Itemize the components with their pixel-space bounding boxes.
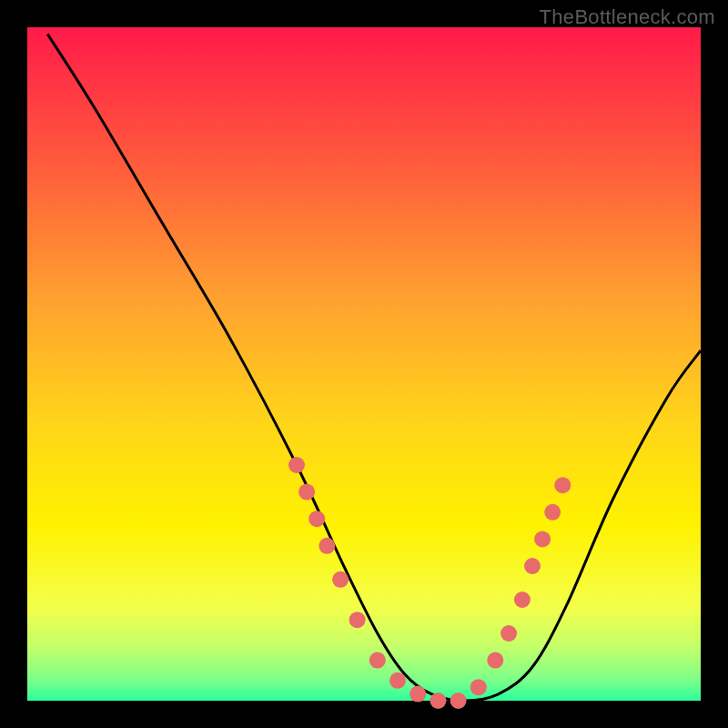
chart-svg: [0, 0, 728, 728]
marker-dot: [470, 679, 487, 695]
marker-dot: [487, 652, 503, 669]
marker-dot: [500, 625, 517, 642]
marker-dot: [288, 457, 305, 473]
marker-dot: [430, 693, 446, 709]
marker-dot: [332, 571, 349, 588]
plot-background: [27, 27, 701, 701]
marker-dot: [410, 686, 426, 703]
marker-dot: [349, 612, 366, 628]
marker-dot: [389, 672, 406, 689]
marker-dot: [534, 531, 551, 547]
marker-dot: [318, 538, 335, 554]
marker-dot: [524, 558, 541, 574]
marker-dot: [308, 511, 325, 527]
marker-dot: [450, 693, 467, 709]
marker-dot: [544, 504, 561, 521]
marker-dot: [369, 652, 386, 669]
marker-dot: [554, 477, 571, 493]
chart-container: TheBottleneck.com: [0, 0, 728, 728]
marker-dot: [514, 592, 531, 608]
marker-dot: [298, 484, 315, 500]
watermark-text: TheBottleneck.com: [540, 5, 715, 29]
